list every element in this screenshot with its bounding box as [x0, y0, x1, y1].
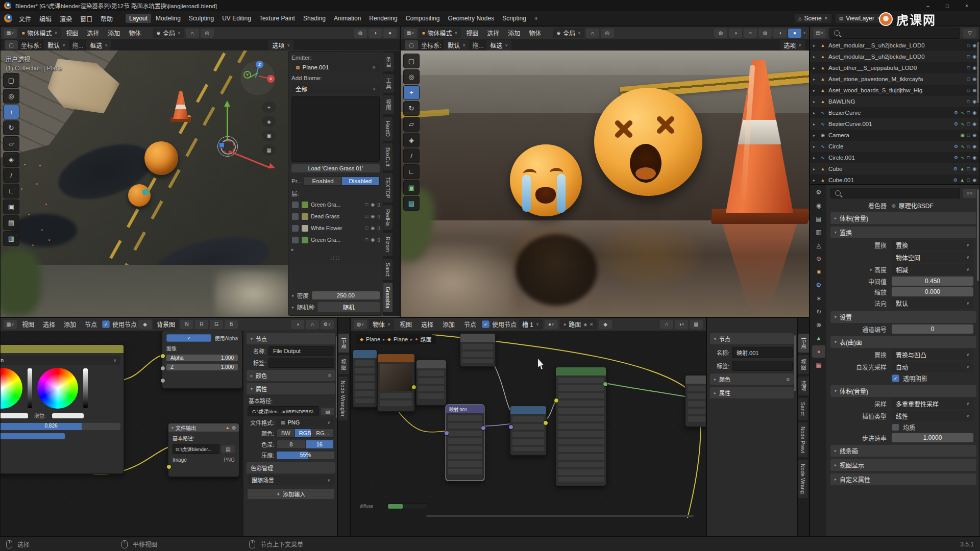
z-field[interactable]: Z1.000 [166, 364, 238, 370]
image-texture-node[interactable] [377, 354, 415, 412]
base-path-field[interactable]: G:\虎课blen...ad\RENDERS\ [248, 406, 319, 416]
scale-field[interactable]: 0.000 [892, 287, 973, 296]
screen-toggle-icon[interactable]: □ [967, 133, 970, 138]
orientation-dropdown[interactable]: ⊕全局∨ [153, 28, 184, 38]
camera-toggle-icon[interactable]: ◉ [972, 178, 976, 183]
layer-checkbox[interactable] [291, 224, 299, 232]
outliner-row[interactable]: ▸∿Circle⚙∿□◉ [810, 141, 979, 152]
dizzy-emoji[interactable] [594, 88, 702, 196]
snap-magnet-icon[interactable]: ∩ [186, 29, 199, 38]
section-line-art[interactable]: ▸线条画 [830, 445, 976, 457]
outliner-row[interactable]: ▸▲Aset_other__S_ueppabufa_LOD0□◉ [810, 62, 979, 73]
menu-view[interactable]: 视图 [396, 319, 415, 330]
screen-toggle-icon[interactable]: □ [967, 121, 970, 127]
outliner-row[interactable]: ▸∿Circle.001⚙∿□◉ [810, 152, 979, 163]
section-viewport-display[interactable]: ▸视图显示 [830, 459, 976, 471]
camera-toggle-icon[interactable]: ◉ [371, 214, 375, 219]
pan-hand-icon[interactable]: ◈ [262, 116, 276, 127]
tab-world[interactable]: ⊕ [812, 253, 825, 265]
tab-item[interactable]: 条目 [383, 52, 395, 72]
mode-dropdown[interactable]: ■物体模式∨ [419, 28, 461, 38]
compression-slider[interactable]: 55% [277, 452, 334, 459]
move-tool[interactable]: + [403, 85, 420, 100]
editor-type-icon[interactable]: ◍∨ [354, 320, 367, 329]
input-socket[interactable] [166, 464, 172, 469]
data-icon[interactable]: ▲ [960, 166, 965, 171]
camera-toggle-icon[interactable]: ◉ [972, 88, 976, 93]
tab-object-data[interactable]: ▲ [812, 332, 825, 344]
color-wheel[interactable] [37, 368, 78, 409]
slot-dropdown[interactable]: 槽 1∨ [519, 319, 543, 330]
composite-node[interactable]: ✓使用Alpha 图像 Alpha1.000 Z1.000 [162, 331, 242, 389]
camera-toggle-icon[interactable]: ◉ [972, 65, 976, 70]
channel-r-button[interactable]: R [195, 320, 208, 329]
gizmo-axis-y[interactable] [227, 106, 228, 141]
screen-toggle-icon[interactable]: □ [967, 110, 970, 115]
outliner-row[interactable]: ▸▲BAWLING□◉ [810, 96, 979, 107]
base-path-field[interactable]: G:\虎课blender... [173, 444, 219, 454]
shader-node[interactable] [685, 375, 706, 427]
section-volume[interactable]: ▾体积(音量) [830, 385, 976, 397]
screen-toggle-icon[interactable]: □ [967, 88, 970, 93]
use-nodes-checkbox[interactable]: ✓ [482, 320, 489, 328]
shader-node[interactable] [460, 333, 496, 367]
biome-layer-row[interactable]: White Flower □◉▯ [291, 223, 380, 233]
normal-dropdown[interactable]: 默认∨ [892, 298, 973, 309]
material-name-field[interactable]: ●路面◈× [560, 319, 597, 330]
menu-file[interactable]: 文件 [15, 13, 35, 24]
height-dropdown[interactable]: 相减∨ [892, 264, 973, 275]
rotate-tool[interactable]: ↻ [403, 101, 420, 116]
editor-type-icon[interactable]: ▦∨ [4, 320, 17, 329]
shading-material-icon[interactable]: ◑ [773, 29, 787, 38]
tab-node-preview[interactable]: Node Previ [798, 422, 807, 458]
volume-sampling-dropdown[interactable]: 多重重要性采样∨ [892, 398, 973, 409]
menu-view[interactable]: 视图 [62, 28, 82, 38]
chevron-down-icon[interactable]: ∨ [803, 31, 806, 35]
trash-icon[interactable]: ▯ [377, 226, 380, 231]
section-settings[interactable]: ▾设置 [830, 311, 976, 323]
shader-node[interactable] [416, 360, 447, 406]
screen-toggle-icon[interactable]: □ [365, 202, 368, 207]
ts-select-dropdown[interactable]: 框选∨ [86, 40, 111, 51]
tab-grassblade[interactable]: Grassbla [383, 282, 393, 313]
hamburger-icon[interactable]: ≡ [787, 376, 790, 382]
section-node[interactable]: ▾节点 [710, 333, 794, 344]
scene-selector[interactable]: ◬ Scene × [795, 14, 831, 23]
biome-layer-row[interactable]: Green Gra... □◉▯ [291, 200, 380, 209]
blender-menu-icon[interactable] [4, 14, 12, 22]
editor-type-icon[interactable]: ▤∨ [813, 29, 826, 38]
node-name-field[interactable]: 映射.001 [732, 347, 793, 358]
active-tool-icon[interactable]: ▢ [405, 40, 418, 49]
menu-render[interactable]: 渲染 [56, 13, 76, 24]
tab-scripting[interactable]: Scripting [499, 14, 530, 23]
pass-index-field[interactable]: 0 [892, 324, 973, 334]
measure-tool[interactable]: ∟ [403, 164, 420, 179]
screen-toggle-icon[interactable]: □ [365, 214, 368, 219]
menu-object[interactable]: 物体 [525, 28, 545, 38]
factor-slider[interactable]: 0.826 [0, 423, 120, 430]
camera-toggle-icon[interactable]: ◉ [972, 77, 976, 82]
channel-n-button[interactable]: N [180, 320, 193, 329]
menu-help[interactable]: 帮助 [97, 13, 116, 24]
mode-dropdown[interactable]: ■物体模式∨ [18, 28, 61, 38]
tab-node[interactable]: 节点 [798, 333, 809, 353]
camera-toggle-icon[interactable]: ◉ [371, 237, 375, 242]
shader-type-dropdown[interactable]: 物体∨ [369, 319, 394, 330]
emoji-ball[interactable] [144, 141, 178, 175]
emoji-ball[interactable] [128, 184, 151, 207]
displacement-dropdown[interactable]: 置换∨ [892, 240, 973, 251]
data-icon[interactable]: ∿ [961, 155, 965, 160]
viewlayer-selector[interactable]: ▤ ViewLayer × [836, 14, 884, 23]
folder-icon[interactable]: ▤ [321, 408, 334, 415]
panel-grip-icon[interactable]: ∷∷ [291, 255, 380, 262]
screen-toggle-icon[interactable]: □ [967, 77, 970, 82]
midlevel-field[interactable]: 0.450 [892, 277, 973, 286]
node-header[interactable] [0, 345, 124, 353]
texture-node[interactable] [510, 406, 547, 456]
menu-select[interactable]: 选择 [418, 319, 437, 330]
modifier-icon[interactable]: ⚙ [954, 121, 958, 127]
overlay-icon[interactable]: ◑ [291, 320, 304, 329]
ts-orientation-dropdown[interactable]: 默认∨ [44, 40, 69, 51]
file-output-node[interactable]: ▾文件输出▲◍ 基本路径: G:\虎课blender... ▤ ImagePNG [168, 423, 239, 477]
show-overlays-icon[interactable]: ◑ [729, 29, 742, 38]
